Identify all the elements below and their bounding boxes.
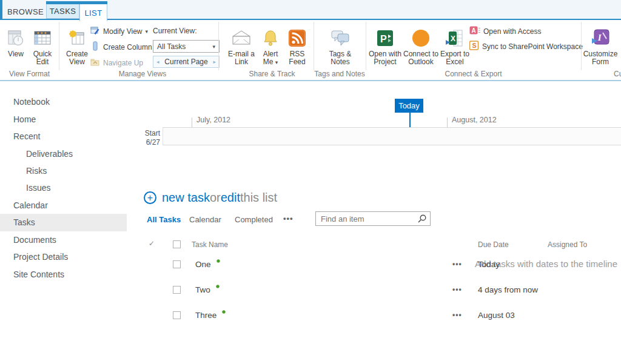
export-to-excel-button[interactable]: X Export to Excel bbox=[438, 27, 471, 66]
edit-list-link[interactable]: edit bbox=[221, 191, 240, 205]
rss-feed-button[interactable]: RSS Feed bbox=[283, 27, 311, 66]
quick-edit-button-label: Quick Edit bbox=[29, 50, 56, 66]
export-to-excel-label: Export to Excel bbox=[438, 50, 471, 66]
new-item-icon bbox=[215, 282, 221, 291]
share-track-group-label: Share & Track bbox=[230, 70, 314, 78]
sidebar-item-documents[interactable]: Documents bbox=[0, 231, 139, 248]
row-checkbox[interactable] bbox=[173, 260, 181, 268]
sidebar-item-tasks[interactable]: Tasks bbox=[0, 214, 127, 231]
quick-edit-button[interactable]: Quick Edit bbox=[29, 27, 56, 66]
manage-views-group-label: Manage Views bbox=[67, 70, 218, 78]
row-menu-ellipsis[interactable]: ••• bbox=[452, 260, 462, 268]
timeline-start-label: Start 6/27 bbox=[137, 129, 160, 147]
alert-me-button[interactable]: Alert Me ▾ bbox=[259, 27, 282, 67]
create-view-button[interactable]: Create View bbox=[62, 27, 92, 66]
sidebar-item-notebook[interactable]: Notebook bbox=[0, 93, 139, 110]
email-link-label: E-mail a Link bbox=[224, 50, 258, 66]
row-checkbox[interactable] bbox=[173, 311, 181, 319]
create-column-label: Create Column bbox=[103, 43, 152, 51]
rss-icon bbox=[289, 27, 306, 49]
group-separator bbox=[366, 22, 366, 70]
view-icon bbox=[6, 27, 25, 49]
current-page-pager[interactable]: ◂ Current Page ▸ bbox=[153, 56, 220, 68]
timeline-start-text: Start bbox=[137, 129, 160, 138]
row-menu-ellipsis[interactable]: ••• bbox=[452, 311, 462, 319]
task-name-link[interactable]: One bbox=[195, 260, 221, 269]
tags-notes-button[interactable]: Tags & Notes bbox=[324, 27, 357, 66]
view-tab-completed[interactable]: Completed bbox=[235, 215, 273, 224]
view-format-group-label: View Format bbox=[0, 70, 59, 78]
ribbon-tab-bar: BROWSE TASKS LIST bbox=[0, 0, 621, 20]
svg-text:X: X bbox=[451, 35, 455, 43]
sidebar-item-issues[interactable]: Issues bbox=[0, 179, 139, 196]
current-view-value: All Tasks bbox=[157, 42, 186, 51]
page-next-icon[interactable]: ▸ bbox=[213, 59, 216, 65]
sidebar-item-home[interactable]: Home bbox=[0, 110, 139, 127]
page-previous-icon[interactable]: ◂ bbox=[156, 59, 159, 65]
plus-circle-icon[interactable]: + bbox=[144, 191, 156, 204]
chevron-down-icon: ▾ bbox=[212, 44, 215, 50]
open-with-access-label: Open with Access bbox=[483, 27, 541, 36]
column-header-task-name[interactable]: Task Name bbox=[192, 240, 228, 249]
email-link-button[interactable]: E-mail a Link bbox=[224, 27, 258, 66]
left-navigation: Notebook Home Recent Deliverables Risks … bbox=[0, 93, 139, 283]
connect-export-group-label: Connect & Export bbox=[366, 70, 581, 78]
open-with-access-button[interactable]: A Open with Access bbox=[469, 26, 541, 36]
task-name-link[interactable]: Three bbox=[195, 311, 227, 320]
customize-form-button[interactable]: I Customize Form bbox=[583, 27, 617, 66]
more-views-ellipsis[interactable]: ••• bbox=[283, 214, 294, 223]
search-input[interactable] bbox=[316, 212, 414, 225]
navigate-up-button[interactable]: Navigate Up bbox=[90, 58, 143, 68]
ribbon: View Quick Edit View Format bbox=[0, 20, 621, 81]
sidebar-item-calendar[interactable]: Calendar bbox=[0, 197, 139, 214]
timeline-today-badge: Today bbox=[395, 99, 423, 113]
find-item-searchbox bbox=[315, 211, 431, 226]
view-tab-calendar[interactable]: Calendar bbox=[189, 215, 221, 224]
outlook-circle-icon bbox=[412, 27, 430, 49]
navigate-up-label: Navigate Up bbox=[103, 59, 143, 67]
sidebar-item-risks[interactable]: Risks bbox=[0, 162, 139, 179]
create-column-button[interactable]: Create Column bbox=[90, 42, 152, 52]
sidebar-item-site-contents[interactable]: Site Contents bbox=[0, 265, 139, 282]
project-icon: P bbox=[375, 27, 395, 49]
bell-icon bbox=[263, 27, 278, 49]
timeline-bar[interactable]: Add tasks with dates to the timeline bbox=[163, 127, 621, 145]
timeline-month-august: August, 2012 bbox=[452, 116, 497, 124]
due-date-value: 4 days from now bbox=[478, 285, 538, 294]
tab-browse[interactable]: BROWSE bbox=[8, 4, 42, 19]
open-with-project-label: Open with Project bbox=[368, 50, 403, 66]
tab-tasks[interactable]: TASKS bbox=[46, 4, 79, 19]
search-icon[interactable] bbox=[417, 214, 427, 227]
row-checkbox[interactable] bbox=[173, 286, 181, 294]
svg-text:I: I bbox=[597, 33, 602, 42]
new-task-row: + new task or edit this list bbox=[144, 191, 277, 205]
new-task-link[interactable]: new task bbox=[162, 191, 210, 205]
modify-view-button[interactable]: Modify View ▾ bbox=[90, 26, 148, 36]
due-date-value: August 03 bbox=[478, 311, 515, 320]
row-menu-ellipsis[interactable]: ••• bbox=[452, 285, 462, 294]
new-item-icon bbox=[215, 257, 221, 266]
quick-edit-icon bbox=[33, 27, 52, 49]
current-view-dropdown[interactable]: All Tasks ▾ bbox=[153, 40, 220, 53]
sync-workspace-label: Sync to SharePoint Workspace bbox=[482, 42, 583, 51]
sync-workspace-button[interactable]: S Sync to SharePoint Workspace bbox=[469, 41, 583, 51]
view-tab-all-tasks[interactable]: All Tasks bbox=[147, 215, 181, 224]
connect-to-outlook-button[interactable]: Connect to Outlook bbox=[403, 27, 439, 66]
column-header-assigned-to[interactable]: Assigned To bbox=[548, 240, 587, 249]
customize-form-label: Customize Form bbox=[583, 50, 618, 66]
column-header-due-date[interactable]: Due Date bbox=[478, 240, 509, 249]
sidebar-item-project-details[interactable]: Project Details bbox=[0, 248, 139, 265]
open-with-project-button[interactable]: P Open with Project bbox=[368, 27, 403, 66]
create-column-icon bbox=[90, 41, 100, 53]
view-button[interactable]: View bbox=[3, 27, 29, 58]
sidebar-item-deliverables[interactable]: Deliverables bbox=[0, 145, 139, 162]
timeline-start-date: 6/27 bbox=[137, 138, 160, 147]
select-all-check-icon[interactable]: ✓ bbox=[149, 239, 155, 248]
task-name-link[interactable]: Two bbox=[195, 285, 221, 294]
tab-list[interactable]: LIST bbox=[79, 4, 107, 21]
due-date-value: Today bbox=[478, 260, 500, 269]
view-button-label: View bbox=[8, 50, 24, 58]
sidebar-item-recent[interactable]: Recent bbox=[0, 128, 139, 145]
group-separator bbox=[218, 22, 219, 70]
select-all-checkbox[interactable] bbox=[173, 240, 181, 248]
